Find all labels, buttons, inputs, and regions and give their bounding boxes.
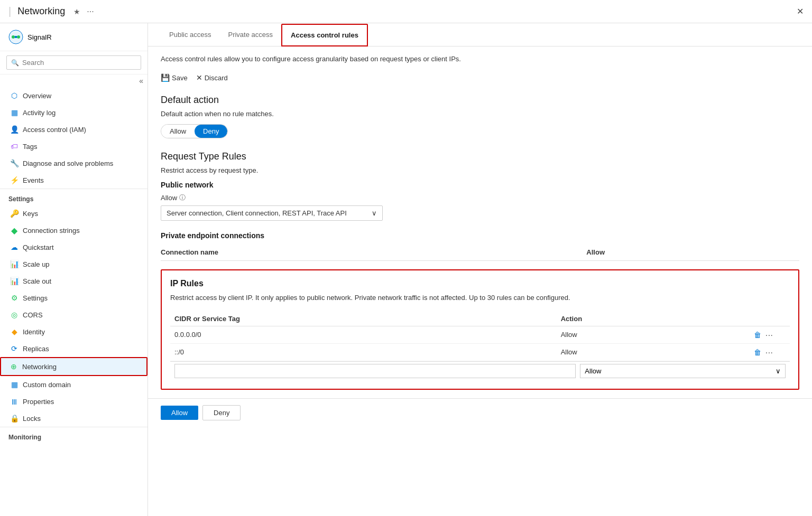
public-network-dropdown[interactable]: Server connection, Client connection, RE… bbox=[161, 205, 383, 221]
close-icon[interactable]: ✕ bbox=[797, 6, 804, 16]
sidebar-item-connection-strings[interactable]: ◆ Connection strings bbox=[0, 222, 147, 239]
settings-icon: ⚙ bbox=[10, 294, 19, 302]
svg-rect-3 bbox=[15, 36, 17, 38]
delete-icon[interactable]: 🗑 bbox=[754, 331, 761, 339]
sidebar-item-overview[interactable]: ⬡ Overview bbox=[0, 87, 147, 104]
col-action-header: Action bbox=[561, 315, 754, 323]
sidebar-item-label: CORS bbox=[23, 311, 43, 319]
tab-access-control-rules[interactable]: Access control rules bbox=[281, 24, 368, 46]
sidebar-item-scale-out[interactable]: 📊 Scale out bbox=[0, 273, 147, 289]
sidebar-item-label: Custom domain bbox=[23, 381, 71, 389]
custom-domain-icon: ▦ bbox=[10, 380, 19, 389]
sidebar-item-settings[interactable]: ⚙ Settings bbox=[0, 289, 147, 306]
table-row: 0.0.0.0/0 Allow 🗑 ··· bbox=[170, 326, 790, 344]
bottom-deny-button[interactable]: Deny bbox=[202, 405, 241, 420]
collapse-icon[interactable]: « bbox=[139, 77, 143, 85]
search-input[interactable] bbox=[22, 59, 136, 67]
dropdown-value: Server connection, Client connection, RE… bbox=[167, 209, 347, 217]
content-area: Public access Private access Access cont… bbox=[148, 23, 812, 516]
new-action-chevron-icon: ∨ bbox=[776, 367, 781, 375]
more-icon[interactable]: ··· bbox=[87, 7, 94, 16]
save-button[interactable]: 💾 Save bbox=[161, 71, 188, 84]
activity-log-icon: ▦ bbox=[10, 108, 19, 117]
cidr-cell: ::/0 bbox=[174, 348, 561, 356]
allow-label: Allow ⓘ bbox=[161, 193, 799, 202]
ip-rules-title: IP Rules bbox=[170, 279, 790, 288]
sidebar-search-container: 🔍 bbox=[0, 51, 147, 74]
sidebar-item-diagnose[interactable]: 🔧 Diagnose and solve problems bbox=[0, 155, 147, 172]
action-cell: Allow bbox=[561, 331, 754, 339]
sidebar-item-custom-domain[interactable]: ▦ Custom domain bbox=[0, 376, 147, 393]
search-box[interactable]: 🔍 bbox=[6, 55, 141, 70]
sidebar-item-access-control[interactable]: 👤 Access control (IAM) bbox=[0, 121, 147, 138]
toolbar: 💾 Save ✕ Discard bbox=[161, 71, 799, 84]
cors-icon: ◎ bbox=[10, 311, 19, 319]
ops-cell: 🗑 ··· bbox=[754, 331, 786, 339]
keys-icon: 🔑 bbox=[10, 209, 19, 218]
sidebar-item-properties[interactable]: ||| Properties bbox=[0, 393, 147, 410]
sidebar-item-label: Identity bbox=[23, 328, 45, 336]
tags-icon: 🏷 bbox=[10, 142, 19, 151]
save-label: Save bbox=[172, 74, 188, 82]
request-type-rules-title: Request Type Rules bbox=[161, 151, 799, 162]
ip-rules-box: IP Rules Restrict access by client IP. I… bbox=[161, 269, 799, 390]
signalr-logo-icon bbox=[8, 30, 23, 44]
favorite-icon[interactable]: ★ bbox=[73, 7, 80, 16]
discard-button[interactable]: ✕ Discard bbox=[196, 71, 228, 84]
sidebar-item-identity[interactable]: ◆ Identity bbox=[0, 323, 147, 340]
more-options-icon[interactable]: ··· bbox=[765, 331, 773, 339]
toggle-deny[interactable]: Deny bbox=[195, 125, 227, 138]
sidebar-logo-text: SignalR bbox=[27, 33, 52, 41]
svg-point-1 bbox=[12, 35, 15, 39]
sidebar-item-label: Events bbox=[23, 176, 44, 184]
sidebar-item-events[interactable]: ⚡ Events bbox=[0, 172, 147, 189]
sidebar-item-activity-log[interactable]: ▦ Activity log bbox=[0, 104, 147, 121]
sidebar-item-scale-up[interactable]: 📊 Scale up bbox=[0, 256, 147, 273]
new-action-dropdown[interactable]: Allow ∨ bbox=[580, 364, 786, 378]
monitoring-section-header: Monitoring bbox=[0, 427, 147, 443]
sidebar-item-keys[interactable]: 🔑 Keys bbox=[0, 205, 147, 222]
sidebar-item-locks[interactable]: 🔒 Locks bbox=[0, 410, 147, 427]
tabs-bar: Public access Private access Access cont… bbox=[148, 23, 812, 46]
content-body: Access control rules allow you to config… bbox=[148, 46, 812, 398]
title-bar: | Networking ★ ··· ✕ bbox=[0, 0, 812, 23]
toggle-allow[interactable]: Allow bbox=[161, 125, 195, 138]
sidebar-item-label: Replicas bbox=[23, 345, 49, 353]
bottom-bar: Allow Deny bbox=[148, 398, 812, 427]
request-type-rules-desc: Restrict access by request type. bbox=[161, 166, 799, 174]
bottom-allow-button[interactable]: Allow bbox=[161, 406, 198, 420]
sidebar-item-label: Tags bbox=[23, 143, 37, 151]
sidebar-item-tags[interactable]: 🏷 Tags bbox=[0, 138, 147, 155]
sidebar-item-networking[interactable]: ⊕ Networking bbox=[0, 357, 147, 376]
sidebar-item-cors[interactable]: ◎ CORS bbox=[0, 306, 147, 323]
sidebar-item-label: Scale out bbox=[23, 277, 51, 285]
allow-info-icon[interactable]: ⓘ bbox=[179, 193, 186, 202]
cidr-cell: 0.0.0.0/0 bbox=[174, 331, 561, 339]
sidebar-item-label: Activity log bbox=[23, 109, 56, 117]
private-endpoint-label: Private endpoint connections bbox=[161, 231, 799, 240]
default-action-toggle[interactable]: Allow Deny bbox=[161, 124, 228, 138]
diagnose-icon: 🔧 bbox=[10, 159, 19, 167]
tab-public-access[interactable]: Public access bbox=[161, 23, 219, 46]
save-icon: 💾 bbox=[161, 73, 170, 82]
new-action-value: Allow bbox=[585, 367, 601, 375]
sidebar-nav: ⬡ Overview ▦ Activity log 👤 Access contr… bbox=[0, 87, 147, 516]
sidebar-item-replicas[interactable]: ⟳ Replicas bbox=[0, 340, 147, 357]
tab-private-access[interactable]: Private access bbox=[219, 23, 281, 46]
sidebar-item-label: Networking bbox=[22, 363, 57, 371]
replicas-icon: ⟳ bbox=[10, 344, 19, 353]
default-action-desc: Default action when no rule matches. bbox=[161, 110, 799, 118]
scale-up-icon: 📊 bbox=[10, 260, 19, 268]
overview-icon: ⬡ bbox=[10, 91, 19, 100]
more-options-icon[interactable]: ··· bbox=[765, 348, 773, 356]
sidebar-item-quickstart[interactable]: ☁ Quickstart bbox=[0, 239, 147, 256]
settings-section-header: Settings bbox=[0, 189, 147, 205]
discard-icon: ✕ bbox=[196, 73, 202, 82]
sidebar-item-label: Locks bbox=[23, 415, 41, 423]
main-layout: SignalR 🔍 « ⬡ Overview ▦ Activity log bbox=[0, 23, 812, 516]
table-row: ::/0 Allow 🗑 ··· bbox=[170, 344, 790, 361]
delete-icon[interactable]: 🗑 bbox=[754, 348, 761, 356]
sidebar-item-label: Keys bbox=[23, 210, 38, 218]
discard-label: Discard bbox=[205, 74, 228, 82]
new-cidr-input[interactable] bbox=[174, 364, 576, 378]
